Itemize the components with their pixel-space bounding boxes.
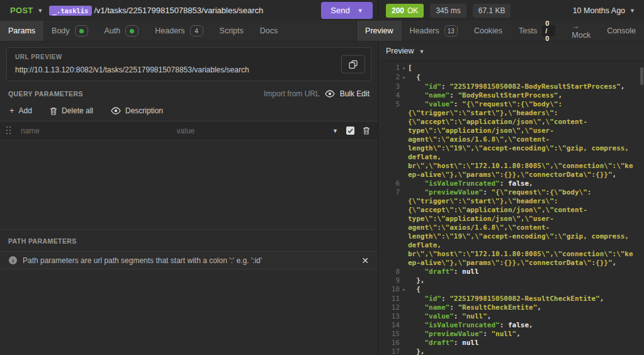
code-line-text: "name": "ResultCheckEntite", bbox=[408, 303, 644, 312]
code-line-text: "isValueTruncated": false, bbox=[408, 321, 644, 330]
request-url-bar: POST ▼ _.tasklis /v1/tasks/2251799815078… bbox=[0, 0, 644, 21]
line-number-gutter: 4 bbox=[378, 91, 408, 100]
preview-mode-label: Preview bbox=[386, 47, 414, 55]
tab-headers[interactable]: Headers4 bbox=[147, 21, 211, 41]
line-number-gutter: 14 bbox=[378, 321, 408, 330]
import-from-url-button[interactable]: Import from URL bbox=[264, 89, 320, 98]
line-number-gutter: 12 bbox=[378, 303, 408, 312]
line-number-gutter: 7 bbox=[378, 188, 408, 268]
enabled-indicator-badge bbox=[75, 25, 88, 37]
bulk-edit-button[interactable]: Bulk Edit bbox=[340, 89, 370, 98]
request-url-input[interactable]: _.tasklis /v1/tasks/2251799815078853/var… bbox=[49, 6, 321, 16]
add-label: Add bbox=[19, 106, 32, 115]
history-caret-icon: ▼ bbox=[630, 8, 635, 14]
request-url-section: POST ▼ _.tasklis /v1/tasks/2251799815078… bbox=[0, 0, 378, 21]
code-line-text: "previewValue": "{\"request\":{\"body\":… bbox=[408, 188, 644, 268]
tab-console[interactable]: Console bbox=[599, 21, 644, 41]
line-number-gutter: 10▾ bbox=[378, 285, 408, 295]
url-preview-label: URL PREVIEW bbox=[15, 54, 363, 60]
eye-icon[interactable] bbox=[325, 90, 335, 98]
code-line-text: }, bbox=[408, 347, 644, 355]
fold-caret-placeholder bbox=[400, 268, 408, 276]
tab-headers[interactable]: Headers13 bbox=[402, 21, 466, 41]
drag-handle-icon[interactable] bbox=[6, 127, 12, 135]
tab-docs[interactable]: Docs bbox=[252, 21, 286, 41]
tab-auth[interactable]: Auth bbox=[96, 21, 147, 41]
eye-icon bbox=[111, 107, 121, 115]
code-line: 13 "value": "null", bbox=[378, 312, 644, 321]
fold-caret-placeholder bbox=[400, 312, 408, 321]
line-number-gutter: 6 bbox=[378, 179, 408, 188]
response-body-editor[interactable]: 1▾[2▾ {3 "id": "2251799815050082-BodyRes… bbox=[378, 61, 644, 355]
code-line: 4 "name": "BodyResultStartProcess", bbox=[378, 91, 644, 100]
fold-caret-placeholder bbox=[400, 339, 408, 347]
main-content: URL PREVIEW http://10.1.13.120:8082/v1/t… bbox=[0, 42, 644, 355]
delete-param-trash-icon[interactable] bbox=[363, 127, 370, 135]
line-number-gutter: 11 bbox=[378, 295, 408, 303]
code-line: 16 "draft": null bbox=[378, 339, 644, 347]
copy-url-button[interactable] bbox=[341, 55, 365, 74]
tab-mock[interactable]: → Mock bbox=[563, 21, 599, 41]
tab-cookies[interactable]: Cookies bbox=[466, 21, 511, 41]
line-number-gutter: 9 bbox=[378, 276, 408, 285]
vertical-scrollbar[interactable] bbox=[640, 67, 643, 85]
tab-label: → Mock bbox=[572, 22, 590, 40]
param-enabled-checkbox[interactable] bbox=[346, 127, 354, 135]
tab-body[interactable]: Body bbox=[43, 21, 96, 41]
response-body-code: 1▾[2▾ {3 "id": "2251799815050082-BodyRes… bbox=[378, 64, 644, 355]
preview-mode-dropdown[interactable]: Preview ▼ bbox=[378, 42, 644, 61]
param-name-input[interactable] bbox=[21, 127, 173, 135]
fold-caret-placeholder bbox=[400, 188, 408, 268]
request-params-pane: URL PREVIEW http://10.1.13.120:8082/v1/t… bbox=[0, 42, 378, 355]
add-parameter-button[interactable]: + Add bbox=[9, 106, 32, 115]
tab-preview[interactable]: Preview bbox=[357, 21, 401, 41]
code-line: 12 "name": "ResultCheckEntite", bbox=[378, 303, 644, 312]
count-badge: 13 bbox=[444, 25, 458, 37]
code-line: 11 "id": "2251799815050082-ResultCheckEn… bbox=[378, 295, 644, 303]
tab-label: Params bbox=[8, 26, 35, 35]
description-label: Description bbox=[125, 106, 163, 115]
fold-caret-icon[interactable]: ▾ bbox=[400, 64, 408, 73]
param-options-caret-icon[interactable]: ▼ bbox=[332, 128, 338, 134]
trash-icon bbox=[50, 107, 57, 115]
fold-caret-placeholder bbox=[400, 303, 408, 312]
code-line-text: [ bbox=[408, 64, 644, 73]
method-dropdown-caret-icon[interactable]: ▼ bbox=[38, 8, 43, 14]
fold-caret-placeholder bbox=[400, 91, 408, 100]
query-parameters-title: QUERY PARAMETERS bbox=[8, 90, 83, 98]
status-code: 200 bbox=[392, 6, 404, 15]
check-icon bbox=[347, 128, 353, 133]
http-method-select[interactable]: POST bbox=[10, 6, 33, 15]
tab-tests[interactable]: Tests0 / 0 bbox=[511, 21, 563, 41]
fold-caret-placeholder bbox=[400, 347, 408, 355]
tab-params[interactable]: Params bbox=[0, 21, 43, 41]
response-size-badge: 67.1 KB bbox=[473, 4, 511, 18]
green-dot-icon bbox=[130, 29, 134, 33]
fold-caret-icon[interactable]: ▾ bbox=[400, 73, 408, 82]
response-time-badge: 345 ms bbox=[430, 4, 466, 18]
tab-label: Docs bbox=[260, 26, 278, 35]
send-button[interactable]: Send ▼ bbox=[321, 2, 373, 19]
send-dropdown-caret-icon[interactable]: ▼ bbox=[358, 8, 363, 14]
tab-scripts[interactable]: Scripts bbox=[212, 21, 252, 41]
close-banner-icon[interactable]: ✕ bbox=[361, 256, 369, 265]
fold-caret-icon[interactable]: ▾ bbox=[400, 285, 408, 295]
code-line-text: { bbox=[408, 285, 644, 295]
param-value-input[interactable] bbox=[177, 127, 329, 135]
response-history-dropdown[interactable]: 10 Months Ago ▼ bbox=[573, 6, 635, 15]
url-preview-value[interactable]: http://10.1.13.120:8082/v1/tasks/2251799… bbox=[15, 65, 363, 74]
query-parameter-row: ▼ bbox=[0, 121, 378, 140]
status-badge: 200 OK bbox=[386, 4, 424, 18]
request-tabs: ParamsBodyAuthHeaders4ScriptsDocs bbox=[0, 21, 356, 41]
environment-variable-tag[interactable]: _.tasklis bbox=[49, 6, 93, 16]
line-number-gutter: 3 bbox=[378, 82, 408, 91]
url-preview-box: URL PREVIEW http://10.1.13.120:8082/v1/t… bbox=[6, 47, 371, 81]
code-line-text: "draft": null bbox=[408, 339, 644, 347]
tab-bar: ParamsBodyAuthHeaders4ScriptsDocs Previe… bbox=[0, 21, 644, 42]
delete-all-parameters-button[interactable]: Delete all bbox=[50, 106, 93, 115]
toggle-description-button[interactable]: Description bbox=[111, 106, 163, 115]
line-number-gutter: 17 bbox=[378, 347, 408, 355]
code-line-text: "id": "2251799815050082-BodyResultStartP… bbox=[408, 82, 644, 91]
code-line-text: "value": "null", bbox=[408, 312, 644, 321]
line-number-gutter: 16 bbox=[378, 339, 408, 347]
